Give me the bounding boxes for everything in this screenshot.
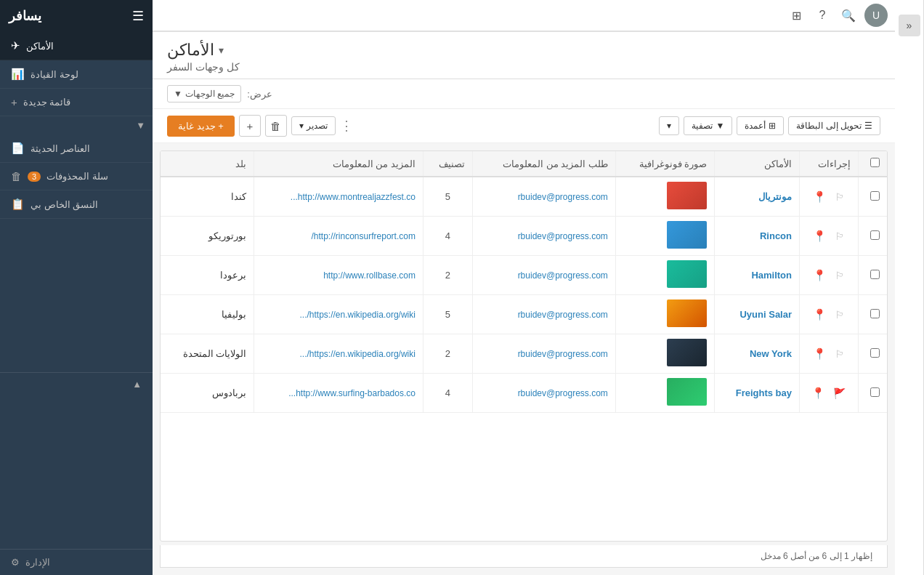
row-checkbox[interactable]: [870, 191, 880, 201]
sidebar-item-dashboard[interactable]: لوحة القيادة 📊: [0, 60, 153, 89]
row-more-info: http://www.surfing-barbados.co...: [254, 374, 423, 413]
table-body: 🏳 📍 مونتريال rbuidev@progress.com 5 http…: [161, 177, 887, 413]
request-info-link[interactable]: rbuidev@progress.com: [518, 231, 608, 241]
more-info-link[interactable]: http://www.rollbase.com: [323, 270, 416, 281]
sort-button[interactable]: ▾: [659, 116, 679, 135]
select-all-checkbox[interactable]: [870, 158, 880, 167]
filter-button[interactable]: ▼ تصفية: [684, 116, 732, 135]
template-icon: 📋: [11, 198, 25, 211]
search-button[interactable]: 🔍: [838, 5, 859, 25]
sidebar: ☰ يسافر الأماكن ✈ لوحة القيادة 📊 قائمة ج…: [0, 0, 153, 575]
place-name[interactable]: Rincon: [760, 230, 792, 241]
delete-button[interactable]: 🗑: [265, 115, 287, 137]
sidebar-item-places[interactable]: الأماكن ✈: [0, 32, 153, 60]
columns-label: أعمدة: [745, 121, 766, 131]
col-place: الأماكن: [715, 151, 800, 177]
request-info-link[interactable]: rbuidev@progress.com: [518, 349, 608, 359]
hamburger-icon[interactable]: ☰: [132, 8, 144, 24]
page-title-caret: ▾: [219, 44, 224, 56]
location-icon[interactable]: 📍: [813, 230, 827, 242]
row-checkbox[interactable]: [870, 309, 880, 318]
convert-to-card-button[interactable]: ☰ تحويل إلى البطاقة: [788, 116, 880, 135]
place-name[interactable]: مونتريال: [758, 191, 792, 202]
add-icon: +: [11, 96, 17, 108]
settings-icon: ⚙: [11, 557, 20, 568]
sidebar-bottom-chevron[interactable]: ▲: [0, 372, 153, 395]
request-info-link[interactable]: rbuidev@progress.com: [518, 192, 608, 202]
row-photo: [615, 334, 714, 374]
request-info-link[interactable]: rbuidev@progress.com: [518, 310, 608, 320]
flag-icon[interactable]: 🚩: [833, 387, 846, 399]
flag-icon[interactable]: 🏳: [835, 230, 845, 242]
row-actions: 🏳 📍: [800, 217, 859, 256]
location-icon[interactable]: 📍: [811, 387, 825, 399]
place-name[interactable]: New York: [750, 348, 792, 359]
flag-icon[interactable]: 🏳: [835, 191, 845, 203]
request-info-link[interactable]: rbuidev@progress.com: [518, 388, 608, 398]
row-checkbox[interactable]: [870, 387, 880, 397]
sidebar-footer[interactable]: الإدارة ⚙: [0, 549, 153, 575]
topnav-right: U 🔍 ? ⊞: [786, 4, 888, 27]
row-checkbox[interactable]: [870, 230, 880, 240]
row-country: بربادوس: [161, 374, 254, 413]
export-button[interactable]: تصدير ▾: [291, 116, 336, 135]
columns-button[interactable]: ⊞ أعمدة: [737, 116, 784, 135]
flag-icon[interactable]: 🏳: [835, 309, 845, 321]
row-more-info: http://rinconsurfreport.com/: [254, 217, 423, 256]
location-icon[interactable]: 📍: [813, 308, 827, 321]
col-rating: تصنيف: [423, 151, 472, 177]
new-destination-label: + جديد غاية: [178, 121, 224, 132]
row-country: برعودا: [161, 256, 254, 295]
sidebar-item-my-template[interactable]: النسق الخاص بي 📋: [0, 190, 153, 219]
sidebar-item-trash[interactable]: سلة المحذوفات 3 🗑: [0, 163, 153, 190]
more-info-link[interactable]: http://www.montrealjazzfest.co...: [291, 192, 416, 202]
location-icon[interactable]: 📍: [813, 269, 827, 281]
more-info-link[interactable]: http://www.surfing-barbados.co...: [288, 388, 416, 398]
convert-icon: ☰: [864, 121, 872, 131]
row-request-info: rbuidev@progress.com: [472, 374, 615, 413]
destinations-filter[interactable]: جميع الوجهات ▼: [167, 85, 241, 102]
sidebar-item-places-label: الأماكن: [26, 41, 54, 52]
chevron-down-icon: ▼: [136, 120, 145, 131]
row-rating: 4: [423, 217, 472, 256]
row-request-info: rbuidev@progress.com: [472, 177, 615, 217]
row-rating: 5: [423, 177, 472, 217]
row-checkbox-cell: [858, 334, 887, 374]
avatar[interactable]: U: [864, 4, 888, 27]
table-row: 🏳 📍 Rincon rbuidev@progress.com 4 http:/…: [161, 217, 887, 256]
row-photo: [615, 256, 714, 295]
col-more-info: المزيد من المعلومات: [254, 151, 423, 177]
table-row: 🏳 📍 Uyuni Salar rbuidev@progress.com 5 h…: [161, 295, 887, 334]
add-row-button[interactable]: +: [239, 115, 261, 137]
destination-thumbnail: [667, 182, 707, 209]
place-name[interactable]: Hamilton: [751, 270, 792, 281]
request-info-link[interactable]: rbuidev@progress.com: [518, 270, 608, 281]
row-checkbox[interactable]: [870, 348, 880, 358]
row-photo: [615, 374, 714, 413]
filter-icon: ▼: [716, 121, 724, 131]
location-icon[interactable]: 📍: [813, 190, 827, 203]
row-checkbox[interactable]: [870, 270, 880, 279]
row-country: كندا: [161, 177, 254, 217]
flag-icon[interactable]: 🏳: [835, 348, 845, 360]
destination-thumbnail: [667, 221, 707, 249]
collapse-sidebar-button[interactable]: «: [899, 15, 920, 36]
more-info-link[interactable]: https://en.wikipedia.org/wiki/...: [299, 349, 415, 359]
help-button[interactable]: ?: [812, 5, 832, 25]
more-info-link[interactable]: http://rinconsurfreport.com/: [312, 231, 416, 241]
grid-button[interactable]: ⊞: [786, 5, 806, 25]
place-name[interactable]: Freights bay: [736, 387, 792, 398]
location-icon[interactable]: 📍: [813, 347, 827, 360]
more-options-icon[interactable]: ⋮: [340, 118, 353, 134]
sidebar-collapse-section[interactable]: ▼: [0, 116, 153, 134]
toolbar-right: ⋮ تصدير ▾ 🗑 + + جديد غاية: [167, 115, 353, 137]
place-name[interactable]: Uyuni Salar: [739, 309, 792, 320]
row-photo: [615, 217, 714, 256]
sidebar-item-new-list[interactable]: قائمة جديدة +: [0, 89, 153, 116]
sidebar-item-current-elements[interactable]: العناصر الحديثة 📄: [0, 134, 153, 163]
row-country: بورتوريكو: [161, 217, 254, 256]
flag-icon[interactable]: 🏳: [835, 270, 845, 281]
new-destination-button[interactable]: + جديد غاية: [167, 116, 235, 137]
row-place: Uyuni Salar: [715, 295, 800, 334]
more-info-link[interactable]: https://en.wikipedia.org/wiki/...: [299, 310, 415, 320]
